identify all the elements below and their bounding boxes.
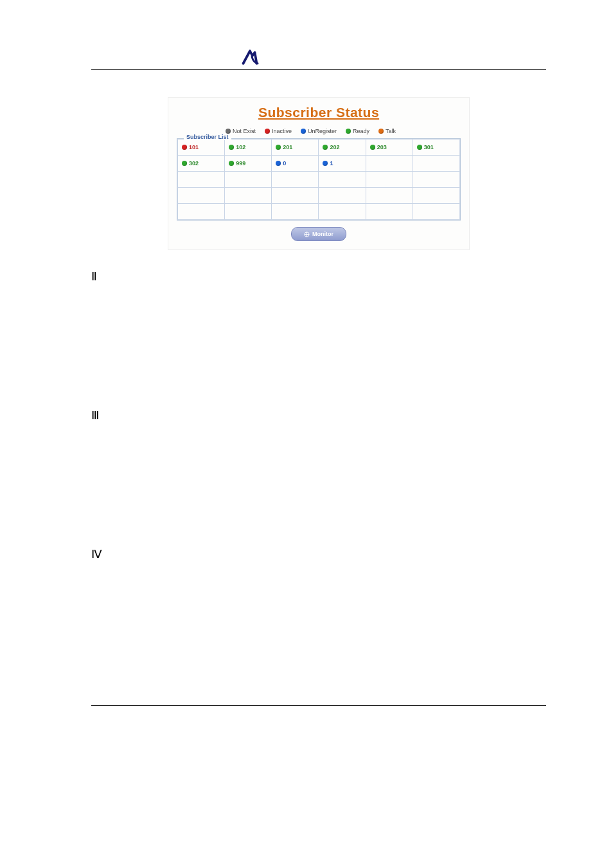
subscriber-cell <box>319 172 366 188</box>
subscriber-list-box: Subscriber List 101102201202203301302999… <box>177 138 461 221</box>
subscriber-id: 301 <box>424 144 434 150</box>
legend-ready: Ready <box>346 128 369 134</box>
table-row <box>178 188 460 204</box>
status-dot-icon <box>276 161 281 166</box>
header-divider <box>91 69 546 70</box>
subscriber-table: 10110220120220330130299901 <box>177 139 460 220</box>
subscriber-cell <box>366 188 413 204</box>
legend-inactive: Inactive <box>265 128 292 134</box>
status-dot-icon <box>323 161 328 166</box>
dot-icon <box>265 129 270 134</box>
dot-icon <box>226 129 231 134</box>
status-dot-icon <box>276 145 281 150</box>
status-dot-icon <box>323 145 328 150</box>
subscriber-cell: 301 <box>413 140 459 156</box>
subscriber-cell <box>272 188 319 204</box>
dot-icon <box>346 129 351 134</box>
subscriber-cell <box>178 188 225 204</box>
footer-divider <box>91 705 546 706</box>
subscriber-cell: 102 <box>225 140 272 156</box>
status-dot-icon <box>229 161 234 166</box>
subscriber-cell <box>272 204 319 220</box>
embedded-screenshot: Subscriber Status Not Exist Inactive UnR… <box>168 97 470 250</box>
subscriber-cell: 999 <box>225 156 272 172</box>
subscriber-cell <box>319 204 366 220</box>
legend-unregister: UnRegister <box>301 128 337 134</box>
subscriber-cell <box>366 204 413 220</box>
status-dot-icon <box>182 161 187 166</box>
subscriber-cell: 202 <box>319 140 366 156</box>
subscriber-id: 202 <box>330 144 339 150</box>
subscriber-cell: 203 <box>366 140 413 156</box>
subscriber-cell <box>413 156 459 172</box>
subscriber-cell <box>225 172 272 188</box>
subscriber-cell <box>413 204 459 220</box>
subscriber-cell <box>178 172 225 188</box>
subscriber-id: 203 <box>377 144 387 150</box>
table-row <box>178 204 460 220</box>
subscriber-cell <box>319 188 366 204</box>
subscriber-id: 302 <box>189 160 199 167</box>
subscriber-cell: 0 <box>272 156 319 172</box>
subscriber-id: 1 <box>330 160 333 167</box>
table-row: 30299901 <box>178 156 460 172</box>
section-marker-2: Ⅱ <box>91 269 97 284</box>
monitor-button-label: Monitor <box>312 231 333 237</box>
subscriber-cell: 302 <box>178 156 225 172</box>
legend-label: Talk <box>386 128 396 134</box>
subscriber-id: 102 <box>236 144 245 150</box>
screenshot-title: Subscriber Status <box>177 105 461 120</box>
subscriber-cell: 1 <box>319 156 366 172</box>
subscriber-cell <box>272 172 319 188</box>
status-legend: Not Exist Inactive UnRegister Ready Talk <box>226 128 461 134</box>
legend-label: Ready <box>353 128 369 134</box>
status-dot-icon <box>417 145 422 150</box>
subscriber-id: 101 <box>189 144 199 150</box>
subscriber-cell <box>413 188 459 204</box>
dot-icon <box>301 129 306 134</box>
legend-talk: Talk <box>378 128 396 134</box>
legend-label: UnRegister <box>308 128 337 134</box>
table-row <box>178 172 460 188</box>
monitor-icon <box>304 231 310 237</box>
section-marker-3: Ⅲ <box>91 408 99 422</box>
subscriber-id: 201 <box>283 144 292 150</box>
subscriber-cell: 201 <box>272 140 319 156</box>
subscriber-cell <box>225 188 272 204</box>
dot-icon <box>378 129 384 134</box>
monitor-button[interactable]: Monitor <box>291 227 346 241</box>
section-marker-4: Ⅳ <box>91 547 102 561</box>
subscriber-cell <box>366 156 413 172</box>
subscriber-id: 999 <box>236 160 245 167</box>
status-dot-icon <box>370 145 375 150</box>
subscriber-cell <box>178 204 225 220</box>
subscriber-cell <box>366 172 413 188</box>
subscriber-cell <box>225 204 272 220</box>
legend-label: Not Exist <box>233 128 256 134</box>
legend-label: Inactive <box>272 128 292 134</box>
fieldset-label: Subscriber List <box>184 134 231 140</box>
subscriber-cell: 101 <box>178 140 225 156</box>
subscriber-id: 0 <box>283 160 286 167</box>
brand-logo <box>240 49 546 66</box>
table-row: 101102201202203301 <box>178 140 460 156</box>
subscriber-cell <box>413 172 459 188</box>
status-dot-icon <box>182 145 187 150</box>
status-dot-icon <box>229 145 234 150</box>
